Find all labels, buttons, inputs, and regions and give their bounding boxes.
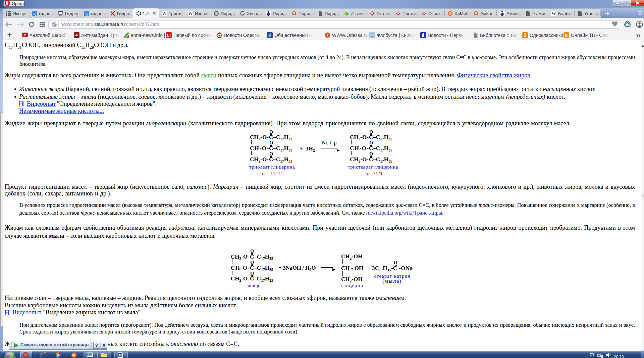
svg-text:g: g xyxy=(34,11,36,16)
svg-text:Ω: Ω xyxy=(292,11,297,16)
svg-text:a: a xyxy=(565,32,568,38)
svg-text:W: W xyxy=(162,11,167,16)
svg-text:W: W xyxy=(188,11,193,16)
svg-text:W: W xyxy=(551,11,556,16)
svg-text:И: И xyxy=(268,33,271,38)
svg-text:Ω: Ω xyxy=(474,11,478,16)
svg-text:g: g xyxy=(86,11,88,16)
svg-text:W: W xyxy=(119,354,122,357)
svg-text:L!: L! xyxy=(167,33,171,38)
